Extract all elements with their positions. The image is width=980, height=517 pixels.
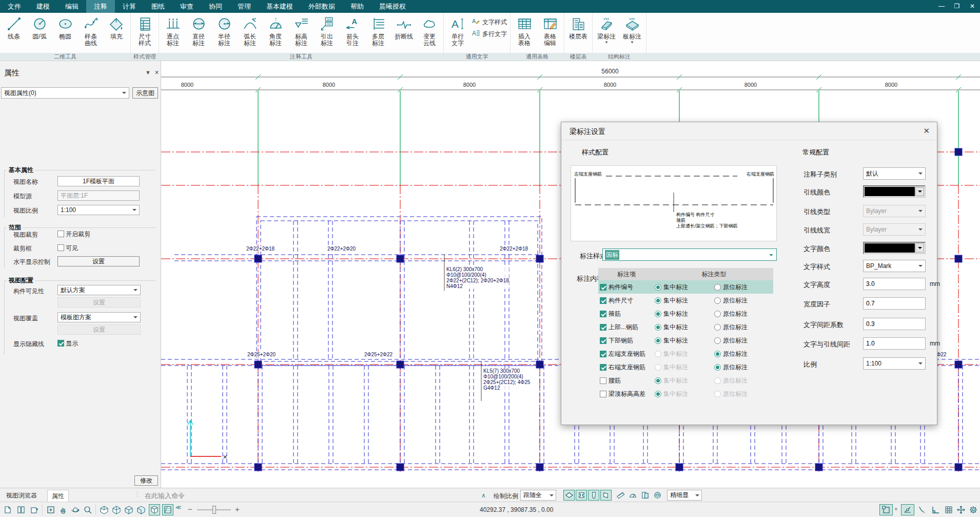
panel-pin-icon[interactable]: ▼ [145,69,151,75]
detail-display-select[interactable]: 精细显示 [667,490,702,501]
crop-visible-checkbox[interactable]: 可见 [57,244,78,253]
menu-modeling[interactable]: 建模 [29,0,57,13]
zoom-out-icon[interactable]: − [188,505,192,513]
ellipse-tool-button[interactable]: 椭圆 [52,14,78,40]
point-dim-button[interactable]: 逐点标注 [160,14,186,47]
snap-expand-icon[interactable]: ∧ [894,506,898,511]
text-spacing-field[interactable] [863,318,926,330]
close-button[interactable]: ✕ [965,0,980,13]
row-checkbox[interactable] [600,377,606,384]
center-dim-radio[interactable] [655,324,661,331]
row-checkbox[interactable] [600,351,606,357]
insitu-dim-radio[interactable] [714,351,721,357]
insitu-dim-radio[interactable] [714,324,721,331]
zoom-in-icon[interactable]: + [235,505,240,513]
table-row[interactable]: 左端支座钢筋 集中标注 原位标注 [598,347,773,360]
new-document-icon[interactable] [2,504,13,515]
center-dim-radio[interactable] [655,297,661,304]
view-iso-sw-icon[interactable] [123,504,134,515]
width-factor-field[interactable] [863,297,926,310]
new-window-icon[interactable] [29,504,40,515]
minimize-button[interactable]: — [934,0,949,13]
menu-external-data[interactable]: 外部数据 [301,0,343,13]
beam-toggle-icon[interactable] [576,490,587,501]
arc-length-dim-button[interactable]: 弧长标注 [237,14,263,47]
panel-close-icon[interactable]: ✕ [154,69,159,76]
beam-annotation[interactable]: 2Φ22+2Φ18 [246,246,275,252]
row-checkbox[interactable] [600,311,606,317]
material-view-icon[interactable] [639,490,651,501]
command-drag-handle[interactable]: ⋮ [134,491,141,497]
leader-color-select[interactable] [863,185,926,198]
arrow-note-button[interactable]: A 箭头引注 [340,14,365,47]
view-name-input[interactable]: 1F模板平面 [57,176,140,186]
slab-dim-dropdown-arrow[interactable]: ▼ [630,40,634,45]
component-visibility-select[interactable]: 默认方案 [57,285,141,295]
row-checkbox[interactable] [600,364,606,371]
beam-dim-dropdown-arrow[interactable]: ▼ [604,40,609,45]
slab-dim-button[interactable]: xxx 板标注▼ [619,14,645,45]
zoom-slider-thumb[interactable] [212,506,216,514]
tab-properties[interactable]: 属性 [47,490,69,502]
measure-angle-icon[interactable] [627,490,638,501]
single-line-text-button[interactable]: A 单行文字 [445,14,471,47]
table-row[interactable]: 下部钢筋 集中标注 原位标注 [598,334,773,347]
orbit-icon[interactable] [70,504,81,515]
text-spacing-input[interactable] [863,318,926,330]
row-checkbox[interactable] [600,337,606,344]
leader-dim-button[interactable]: 000000 引出标注 [314,14,340,47]
dim-style-select[interactable]: 国标 [602,248,777,261]
dialog-close-icon[interactable]: ✕ [923,126,930,136]
center-dim-radio[interactable] [655,337,661,344]
tile-windows-icon[interactable] [15,504,27,515]
insitu-dim-radio[interactable] [714,311,721,317]
crop-enable-checkbox[interactable]: 开启裁剪 [57,230,90,239]
color-dropdown-button[interactable] [915,187,924,196]
menu-calculate[interactable]: 计算 [115,0,144,13]
pan-mode-icon[interactable] [955,504,967,515]
beam-annotation[interactable]: 2Φ22+2Φ20 [327,246,356,252]
row-checkbox[interactable] [600,391,606,397]
ortho-mode-icon[interactable] [930,504,941,515]
modify-button[interactable]: 修改 [134,475,158,486]
view-scale-select[interactable]: 1:100 [57,205,140,215]
width-factor-input[interactable] [863,297,926,310]
collapse-toolbar-icon[interactable]: ≪ [175,504,182,511]
break-line-button[interactable]: 折断线 [391,14,417,40]
beam-annotation[interactable]: 2Φ25+2Φ22 [364,352,393,357]
render-view-icon[interactable] [652,490,663,501]
insitu-dim-radio[interactable] [714,337,721,344]
text-style-button[interactable]: A 文字样式 [472,17,507,27]
insitu-dim-radio[interactable] [714,284,721,291]
tab-view-browser[interactable]: 视图浏览器 [2,490,41,502]
view-iso-ne-icon[interactable] [99,504,110,515]
table-row[interactable]: 上部...钢筋 集中标注 原位标注 [598,320,773,334]
dim-style-button[interactable]: 尺寸样式 [132,14,158,47]
view-iso-se-icon[interactable] [135,504,147,515]
grid-display-icon[interactable] [943,504,954,515]
menu-review[interactable]: 审查 [172,0,201,13]
beam-annotation[interactable]: 2Φ22+2Φ18 [500,246,528,252]
center-dim-radio[interactable] [655,311,661,317]
polar-tracking-icon[interactable] [901,504,914,515]
menu-sheets[interactable]: 图纸 [144,0,172,13]
show-hidden-checkbox[interactable]: 显示 [57,339,78,348]
text-leader-gap-field[interactable] [863,337,926,350]
text-style-select[interactable]: BP_Mark [863,260,926,272]
insitu-dim-radio[interactable] [714,297,721,304]
insert-table-button[interactable]: 插入表格 [512,14,537,47]
menu-manage[interactable]: 管理 [230,0,259,13]
beam-annotation-block[interactable]: KL6(2) 300x700 Φ10@100/200(4) 2Φ22+(2C12… [446,266,509,289]
menu-collaborate[interactable]: 协同 [201,0,230,13]
floor-table-button[interactable]: 楼层表 [565,14,591,40]
zoom-extents-icon[interactable] [45,504,56,515]
command-input[interactable]: 在此输入命令 [145,491,185,501]
line-tool-button[interactable]: 线条 [1,14,27,40]
text-color-select[interactable] [863,242,926,254]
column-toggle-icon[interactable] [588,490,599,501]
scale-select[interactable]: 1:100 [863,357,926,370]
annotation-subcategory-select[interactable]: 默认 [863,167,926,180]
center-dim-radio[interactable] [655,284,661,291]
expand-command-icon[interactable]: ∧ [477,490,490,502]
table-row[interactable]: 箍筋 集中标注 原位标注 [598,307,773,320]
